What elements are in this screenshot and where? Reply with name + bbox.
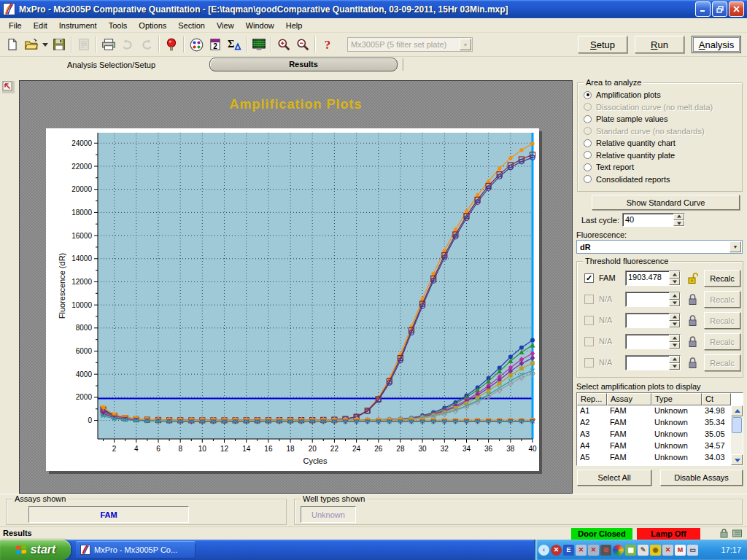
taskbar-task-mxpro[interactable]: MxPro - Mx3005P Co... [76,541,196,559]
volume-blocked-icon[interactable]: ⊘ [600,545,611,556]
lock-closed-icon[interactable] [687,357,699,369]
spin-down-icon[interactable] [673,220,684,227]
minimize-button[interactable] [695,1,711,17]
threshold-spinner[interactable] [669,271,680,285]
radio-plate-sample-values[interactable]: Plate sample values [584,113,739,125]
lock-open-icon[interactable] [687,272,699,284]
table-row-a1[interactable]: A1FAMUnknown34.98 [577,405,731,417]
memory-card-icon[interactable]: ▦ [625,545,636,556]
tab-analysis-selection-setup[interactable]: Analysis Selection/Setup [15,58,208,71]
menu-edit[interactable]: Edit [28,20,53,31]
radio-button-icon[interactable] [584,163,592,171]
menu-tools[interactable]: Tools [103,20,133,31]
scroll-down-icon[interactable] [731,454,743,465]
fluorescence-select[interactable]: dR ▼ [576,240,743,254]
zoom-out-icon[interactable] [293,35,312,54]
threshold-value-input[interactable]: 1903.478 [625,271,681,286]
assays-shown-field[interactable]: FAM [28,506,189,523]
analysis-panel: Area to analyze Amplification plotsDisso… [573,73,747,494]
sigma-delta-icon[interactable]: Σ [225,35,244,54]
menu-view[interactable]: View [211,20,240,31]
door-status-badge: Door Closed [571,528,632,540]
analysis-button[interactable]: Analysis [692,36,741,53]
table-row-a5[interactable]: A5FAMUnknown34.03 [577,452,731,464]
table-scrollbar[interactable] [731,405,743,465]
lock-closed-icon[interactable] [687,293,699,306]
scanner-icon[interactable]: ✎ [638,545,649,556]
well-types-field[interactable]: Unknown [301,506,356,523]
scroll-up-icon[interactable] [731,405,743,416]
radio-button-icon[interactable] [584,91,592,99]
table-row-a4[interactable]: A4FAMUnknown34.57 [577,440,731,452]
dye-checkbox[interactable]: ✓ [584,273,594,283]
menu-help[interactable]: Help [280,20,309,31]
select-all-button[interactable]: Select All [577,470,651,486]
report-icon [74,35,93,54]
scrollbar-thumb[interactable] [732,417,742,433]
show-standard-curve-button[interactable]: Show Standard Curve [592,195,740,210]
lock-closed-icon[interactable] [687,314,699,327]
workspace: Amplification Plots 02000400060008000100… [19,80,573,494]
menu-file[interactable]: File [3,20,28,31]
open-file-icon[interactable] [22,35,41,54]
browser-icon[interactable] [613,545,624,556]
setup-button[interactable]: Setup [578,36,627,53]
spin-up-icon[interactable] [673,214,684,220]
radio-button-icon[interactable] [584,151,592,159]
calendar-2-icon[interactable]: 2 [206,35,225,54]
wireless-off-icon[interactable]: ✕ [662,545,673,556]
open-file-dropdown-icon[interactable] [41,35,50,54]
menu-section[interactable]: Section [172,20,211,31]
radio-amplification-plots[interactable]: Amplification plots [584,89,739,101]
new-document-icon[interactable] [3,35,22,54]
recalc-button[interactable]: Recalc [704,270,740,287]
start-button[interactable]: start [0,540,71,560]
column-header-assay[interactable]: Assay [607,393,651,405]
document-viewer-icon[interactable]: E [563,545,574,556]
last-cycle-spinner[interactable] [673,214,684,226]
radio-button-icon[interactable] [584,175,592,183]
hide-icons-chevron-icon[interactable]: ‹ [538,545,549,556]
run-button[interactable]: Run [635,36,684,53]
column-header-rep[interactable]: Rep... [577,393,607,405]
zoom-in-icon[interactable] [274,35,293,54]
chevron-down-icon[interactable]: ▼ [729,241,741,252]
table-row-a3[interactable]: A3FAMUnknown35.05 [577,429,731,440]
table-row-a6[interactable]: A6FAMUnknown34.22 [577,464,731,465]
plate-selector-value: Mx3005P (5 filter set plate) [351,40,446,49]
menu-instrument[interactable]: Instrument [53,20,103,31]
radio-relative-quantity-chart[interactable]: Relative quantity chart [584,137,739,149]
amplification-chart[interactable]: 0200040006000800010000120001400016000180… [46,128,539,471]
radio-relative-quantity-plate[interactable]: Relative quantity plate [584,149,739,162]
column-header-type[interactable]: Type [651,393,702,405]
network-offline-2-icon[interactable]: ✕ [588,545,599,556]
radio-button-icon[interactable] [584,115,592,123]
security-shield-icon[interactable]: ✕ [551,545,562,556]
radio-consolidated-reports[interactable]: Consolidated reports [584,174,739,186]
mouse-device-icon[interactable]: ◉ [650,545,661,556]
lock-closed-icon[interactable] [687,335,699,348]
network-offline-1-icon[interactable]: ✕ [576,545,587,556]
save-icon[interactable] [50,35,69,54]
tab-results[interactable]: Results [209,58,398,71]
m-application-icon[interactable]: M [675,545,686,556]
menu-options[interactable]: Options [133,20,172,31]
dye-indicator-icon[interactable] [162,35,181,54]
svg-text:24000: 24000 [71,139,92,147]
start-label: start [31,543,56,556]
restore-button[interactable] [712,1,727,17]
column-header-ct[interactable]: Ct [702,393,731,405]
print-icon[interactable] [99,35,118,54]
help-icon[interactable]: ? [318,35,337,54]
collapse-pane-icon[interactable] [2,81,15,93]
table-row-a2[interactable]: A2FAMUnknown35.34 [577,417,731,429]
plate-wells-icon[interactable] [187,35,206,54]
display-settings-icon[interactable]: ▭ [687,545,698,556]
radio-button-icon[interactable] [584,139,592,147]
menu-window[interactable]: Window [240,20,280,31]
radio-text-report[interactable]: Text report [584,161,739,174]
thermal-grid-icon[interactable] [249,35,268,54]
close-button[interactable] [729,1,744,17]
disable-assays-button[interactable]: Disable Assays [660,470,743,486]
last-cycle-input[interactable]: 40 [622,213,685,227]
